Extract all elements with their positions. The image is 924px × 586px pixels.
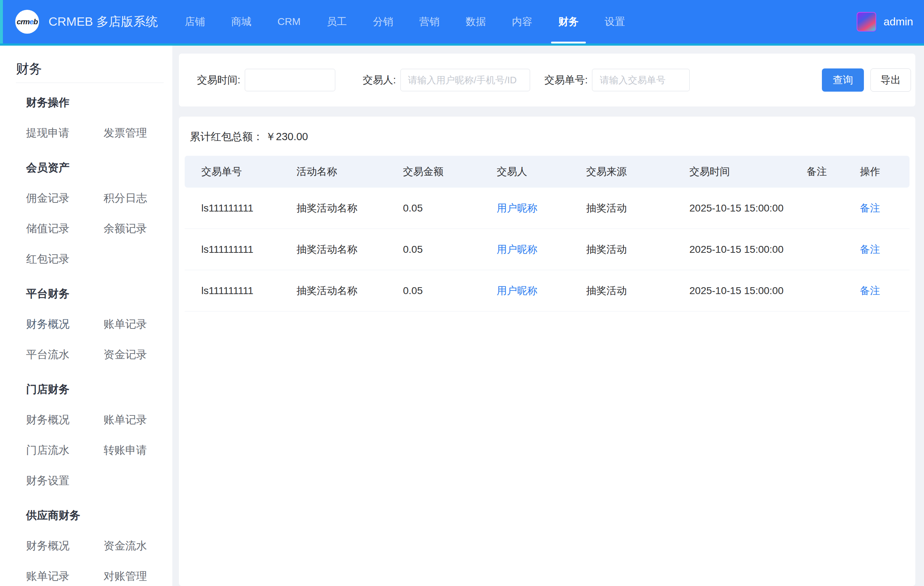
filter-bar: 交易时间: 交易人: 交易单号: 查询 导出 [179,54,915,106]
trade-order-label: 交易单号: [544,73,588,87]
sidebar-item-supplier-finance-overview[interactable]: 财务概况 [26,531,104,561]
cell-activity: 抽奖活动名称 [297,243,403,256]
top-navbar: crmeb CRMEB 多店版系统 店铺 商城 CRM 员工 分销 营销 数据 … [0,0,924,46]
trade-order-input[interactable] [592,69,690,91]
sidebar-item-platform-finance-overview[interactable]: 财务概况 [26,309,104,339]
sidebar-item-invoice-management[interactable]: 发票管理 [104,118,172,148]
sidebar-item-store-flow[interactable]: 门店流水 [26,435,104,465]
col-header-amount: 交易金额 [403,165,497,178]
main-content: 交易时间: 交易人: 交易单号: 查询 导出 累计红包总额：￥230.00 交易… [172,46,924,586]
group-title: 供应商财务 [0,496,172,531]
group-title: 财务操作 [0,83,172,118]
nav-item-data[interactable]: 数据 [452,0,499,43]
export-button[interactable]: 导出 [870,68,911,92]
sidebar-group-member-assets: 会员资产 佣金记录 积分日志 储值记录 余额记录 红包记录 [0,148,172,274]
group-title: 会员资产 [0,148,172,183]
sidebar-group-store-finance: 门店财务 财务概况 账单记录 门店流水 转账申请 财务设置 [0,370,172,496]
col-header-action: 操作 [860,165,909,178]
group-title: 平台财务 [0,274,172,309]
red-packet-total-value: ￥230.00 [266,131,308,142]
finance-sidebar: 财务 财务操作 提现申请 发票管理 会员资产 佣金记录 积分日志 储值记录 余额… [0,46,172,586]
nav-item-content[interactable]: 内容 [499,0,545,43]
user-nickname-link[interactable]: 用户昵称 [497,285,537,296]
col-header-person: 交易人 [497,165,586,178]
table-header: 交易单号 活动名称 交易金额 交易人 交易来源 交易时间 备注 操作 [185,156,909,188]
trade-person-label: 交易人: [363,73,396,87]
sidebar-item-points-log[interactable]: 积分日志 [104,183,172,213]
col-header-remark: 备注 [807,165,860,178]
cell-order-no: ls111111111 [185,244,297,255]
cell-activity: 抽奖活动名称 [297,201,403,215]
sidebar-item-platform-bill-records[interactable]: 账单记录 [104,309,172,339]
nav-item-distribution[interactable]: 分销 [360,0,406,43]
cell-activity: 抽奖活动名称 [297,284,403,298]
user-nickname-link[interactable]: 用户昵称 [497,244,537,255]
logo-text-b: b [33,17,38,26]
trade-time-input[interactable] [245,69,335,91]
cell-amount: 0.05 [403,285,497,297]
username-label: admin [883,16,913,28]
sidebar-item-red-packet-records[interactable]: 红包记录 [26,244,104,274]
sidebar-item-withdraw-request[interactable]: 提现申请 [26,118,104,148]
app-title: CRMEB 多店版系统 [48,13,158,30]
cell-time: 2025-10-15 15:00:00 [690,203,807,214]
crmeb-logo-icon: crmeb [15,10,39,34]
sidebar-group-platform-finance: 平台财务 财务概况 账单记录 平台流水 资金记录 [0,274,172,370]
nav-item-crm[interactable]: CRM [264,0,314,43]
nav-item-shop[interactable]: 店铺 [172,0,218,43]
sidebar-item-fund-records[interactable]: 资金记录 [104,339,172,370]
sidebar-item-balance-records[interactable]: 余额记录 [104,213,172,244]
cell-source: 抽奖活动 [586,284,690,298]
nav-item-finance[interactable]: 财务 [545,0,592,43]
trade-time-label: 交易时间: [197,73,241,87]
sidebar-item-supplier-fund-flow[interactable]: 资金流水 [104,531,172,561]
sidebar-item-store-finance-overview[interactable]: 财务概况 [26,404,104,435]
cell-amount: 0.05 [403,244,497,255]
trade-person-input[interactable] [401,69,530,91]
cell-time: 2025-10-15 15:00:00 [690,285,807,297]
sidebar-item-supplier-bill-records[interactable]: 账单记录 [26,561,104,586]
cell-source: 抽奖活动 [586,243,690,256]
nav-item-marketing[interactable]: 营销 [406,0,452,43]
sidebar-title: 财务 [0,46,172,75]
col-header-order-no: 交易单号 [185,165,297,178]
table-row: ls111111111 抽奖活动名称 0.05 用户昵称 抽奖活动 2025-1… [185,188,909,229]
nav-item-mall[interactable]: 商城 [218,0,264,43]
cell-order-no: ls111111111 [185,203,297,214]
sidebar-item-stored-value-records[interactable]: 储值记录 [26,213,104,244]
red-packet-table-card: 累计红包总额：￥230.00 交易单号 活动名称 交易金额 交易人 交易来源 交… [179,117,915,586]
user-avatar [856,12,876,31]
sidebar-group-finance-operations: 财务操作 提现申请 发票管理 [0,83,172,148]
red-packet-total: 累计红包总额：￥230.00 [185,117,909,156]
sidebar-item-reconciliation-management[interactable]: 对账管理 [104,561,172,586]
remark-action-link[interactable]: 备注 [860,203,880,214]
user-nickname-link[interactable]: 用户昵称 [497,203,537,214]
remark-action-link[interactable]: 备注 [860,244,880,255]
group-title: 门店财务 [0,370,172,404]
remark-action-link[interactable]: 备注 [860,285,880,296]
search-button[interactable]: 查询 [822,68,864,92]
logo-text: crm [16,17,30,26]
sidebar-item-platform-flow[interactable]: 平台流水 [26,339,104,370]
main-nav: 店铺 商城 CRM 员工 分销 营销 数据 内容 财务 设置 [172,0,638,43]
red-packet-total-label: 累计红包总额： [190,131,263,142]
nav-item-settings[interactable]: 设置 [592,0,638,43]
cell-source: 抽奖活动 [586,201,690,215]
sidebar-item-transfer-request[interactable]: 转账申请 [104,435,172,465]
table-row: ls111111111 抽奖活动名称 0.05 用户昵称 抽奖活动 2025-1… [185,229,909,270]
sidebar-item-commission-records[interactable]: 佣金记录 [26,183,104,213]
user-menu[interactable]: admin [856,12,913,31]
sidebar-item-store-bill-records[interactable]: 账单记录 [104,404,172,435]
logo-text-e: e [30,17,34,26]
col-header-source: 交易来源 [586,165,690,178]
col-header-activity: 活动名称 [297,165,403,178]
cell-order-no: ls111111111 [185,285,297,297]
sidebar-group-supplier-finance: 供应商财务 财务概况 资金流水 账单记录 对账管理 [0,496,172,586]
table-row: ls111111111 抽奖活动名称 0.05 用户昵称 抽奖活动 2025-1… [185,270,909,312]
sidebar-item-finance-settings[interactable]: 财务设置 [26,465,104,496]
cell-time: 2025-10-15 15:00:00 [690,244,807,255]
col-header-time: 交易时间 [690,165,807,178]
cell-amount: 0.05 [403,203,497,214]
nav-item-staff[interactable]: 员工 [314,0,360,43]
